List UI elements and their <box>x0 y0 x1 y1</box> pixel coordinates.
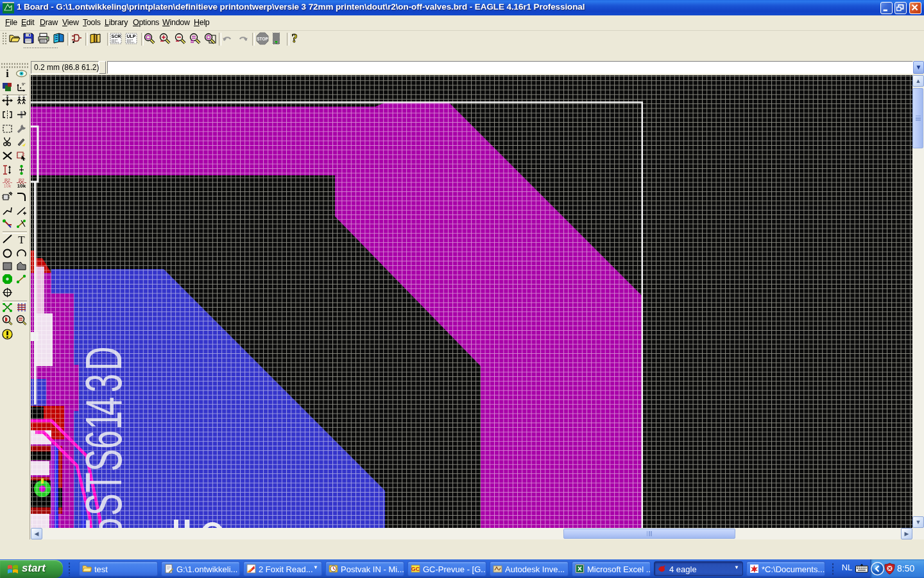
svg-text:T: T <box>18 234 25 245</box>
svg-text:i: i <box>6 68 9 79</box>
svg-text:10k: 10k <box>17 183 26 188</box>
svg-text:SCR: SCR <box>112 34 121 39</box>
svg-text:ULP: ULP <box>127 34 136 39</box>
svg-text:10k: 10k <box>4 184 12 188</box>
svg-text:9°: 9° <box>22 82 26 86</box>
svg-text:STOP: STOP <box>257 37 268 41</box>
svg-text:?: ? <box>291 31 298 45</box>
svg-text:GC: GC <box>411 566 420 572</box>
